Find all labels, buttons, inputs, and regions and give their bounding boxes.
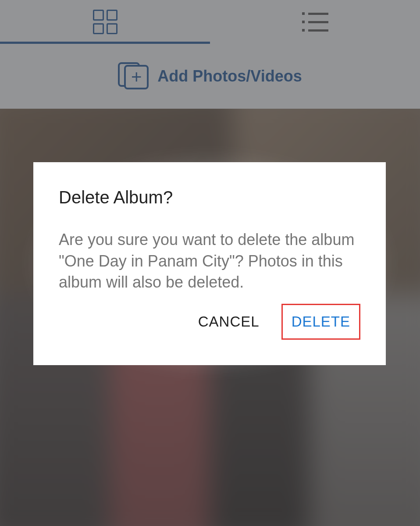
dialog-title: Delete Album? (59, 188, 360, 207)
delete-button[interactable]: DELETE (281, 304, 360, 340)
dialog-actions: CANCEL DELETE (59, 304, 360, 340)
delete-album-dialog: Delete Album? Are you sure you want to d… (33, 162, 386, 365)
cancel-button[interactable]: CANCEL (189, 304, 268, 340)
dialog-message: Are you sure you want to delete the albu… (59, 229, 360, 295)
